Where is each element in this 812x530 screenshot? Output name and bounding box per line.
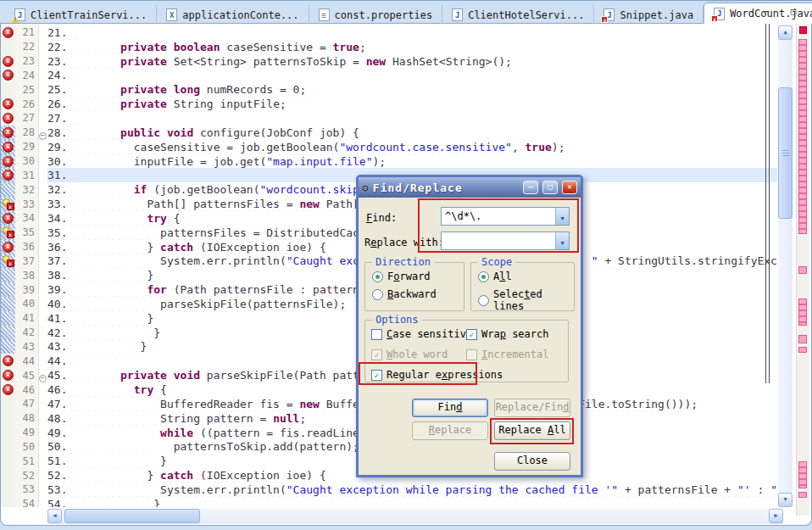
error-badge-icon: x — [7, 231, 14, 238]
direction-legend: Direction — [372, 256, 434, 268]
line-number: 43 — [15, 341, 38, 353]
scroll-left-button[interactable]: ◀ — [47, 509, 62, 523]
dialog-minimize-button[interactable]: — — [523, 181, 538, 194]
overview-error-indicator[interactable] — [799, 26, 807, 34]
error-marker-icon: x — [3, 142, 14, 153]
replace-find-button[interactable]: Replace/Find — [494, 399, 570, 417]
tab-label: const.properties — [335, 9, 433, 21]
annotation-cell: x — [1, 368, 15, 382]
range-indicator — [1, 282, 15, 297]
overview-annotation-mark[interactable] — [798, 335, 807, 343]
tab-clienttrainservi[interactable]: J!ClientTrainServi... — [5, 5, 157, 25]
radio-label: Selected lines — [493, 288, 570, 312]
line-number: 37 — [15, 255, 38, 267]
overview-annotation-mark[interactable] — [798, 461, 807, 488]
horizontal-scrollbar-thumb[interactable] — [64, 509, 200, 523]
direction-group: Direction ForwardBackward — [364, 262, 464, 311]
line-number: 51 — [15, 455, 38, 467]
find-input[interactable]: ^\d*\. ▼ — [441, 207, 570, 226]
range-indicator: x — [1, 240, 15, 254]
error-badge-icon: x — [7, 259, 14, 267]
overview-annotation-mark[interactable] — [798, 298, 807, 326]
line-number: 27 — [15, 112, 38, 124]
overview-ruler[interactable] — [796, 24, 809, 516]
replace-dropdown-button[interactable]: ▼ — [555, 232, 569, 249]
tab-const-properties[interactable]: ≡const.properties — [309, 5, 443, 25]
code-text: 25. private long numRecords = 0; — [47, 82, 777, 97]
line-number: 21 — [15, 26, 38, 38]
checkbox-regular-expressions[interactable]: ✓Regular expressions — [371, 369, 466, 381]
code-line: x2929. caseSensitive = job.getBoolean("w… — [1, 140, 777, 154]
range-indicator — [1, 297, 15, 311]
radio-backward[interactable]: Backward — [372, 288, 460, 300]
checkbox-wrap-search[interactable]: ✓Wrap search — [466, 328, 575, 340]
line-number: 40 — [15, 298, 38, 310]
fold-collapse-toggle[interactable]: − — [39, 375, 47, 382]
range-indicator — [1, 311, 15, 326]
tab-snippet-java[interactable]: JxSnippet.java — [594, 5, 704, 25]
tab-applicationconte[interactable]: XapplicationConte... — [157, 5, 309, 25]
radio-label: Forward — [387, 271, 431, 282]
checkbox-label: Case sensitive — [387, 328, 472, 340]
close-button[interactable]: Close — [494, 452, 570, 471]
line-number: 25 — [15, 84, 38, 96]
line-number: 53 — [15, 483, 38, 495]
code-line: 5353. System.err.println("Caught excepti… — [1, 483, 777, 497]
overview-annotation-mark[interactable] — [798, 266, 807, 274]
warning-overlay-icon: ! — [12, 16, 19, 23]
scroll-down-button[interactable]: ▼ — [778, 493, 793, 507]
checkbox-whole-word[interactable]: ✓Whole word — [371, 349, 466, 360]
error-marker-icon: x — [3, 170, 14, 181]
minimize-view-button[interactable]: — — [756, 4, 776, 19]
find-dropdown-button[interactable]: ▼ — [555, 208, 569, 225]
line-number: 50 — [15, 441, 38, 453]
horizontal-scrollbar[interactable]: ◀ ▶ — [47, 509, 783, 524]
replace-button[interactable]: Replace — [412, 421, 488, 440]
overview-annotation-mark[interactable] — [798, 347, 807, 353]
checkbox-incremental[interactable]: Incremental — [466, 349, 575, 360]
radio-button-icon — [372, 271, 383, 282]
quickfix-error-marker-icon: x — [3, 198, 14, 210]
find-button[interactable]: Find — [412, 399, 488, 417]
dialog-close-button[interactable]: ✕ — [562, 181, 577, 194]
vertical-scrollbar-thumb[interactable] — [778, 87, 793, 219]
line-number: 48 — [15, 412, 38, 424]
range-indicator: x — [1, 226, 15, 240]
range-indicator — [1, 326, 15, 340]
thumb-grip — [782, 150, 790, 157]
vertical-scrollbar[interactable]: ▲ ▼ — [778, 25, 793, 507]
line-number: 26 — [15, 98, 38, 110]
annotation-cell: x — [1, 54, 15, 69]
replace-all-button[interactable]: Replace All — [494, 421, 570, 440]
replace-with-input[interactable]: ▼ — [441, 232, 570, 250]
scroll-right-button[interactable]: ▶ — [769, 509, 783, 523]
radio-selected-lines[interactable]: Selected lines — [478, 288, 570, 312]
checkbox-case-sensitive[interactable]: Case sensitive — [371, 328, 466, 340]
gear-icon: ⚙ — [362, 181, 369, 194]
scroll-up-button[interactable]: ▲ — [778, 25, 793, 40]
scroll-down-icon: ▼ — [783, 496, 787, 503]
properties-file-icon: ≡ — [319, 8, 330, 21]
overview-annotation-mark[interactable] — [798, 492, 807, 498]
radio-forward[interactable]: Forward — [372, 271, 460, 282]
checkbox-icon: ✓ — [371, 370, 382, 381]
maximize-icon: □ — [791, 6, 797, 17]
code-text: 23. private Set<String> patternsToSkip =… — [47, 54, 777, 69]
code-text: 28. public void configure(JobConf job) { — [47, 126, 777, 140]
fold-collapse-toggle[interactable]: − — [39, 132, 47, 140]
quickfix-error-marker-icon: x — [3, 226, 14, 238]
replace-with-label: Replace with: — [364, 237, 444, 248]
scope-group: Scope AllSelected lines — [470, 262, 575, 311]
code-line: 5454. } — [1, 497, 777, 507]
code-line: x2121. — [1, 25, 777, 40]
tab-clienthotelservi[interactable]: JClientHotelServi... — [442, 5, 594, 25]
java-file-icon: J! — [14, 8, 25, 21]
maximize-view-button[interactable]: □ — [783, 4, 804, 19]
view-window-buttons: — □ — [756, 4, 804, 19]
radio-all[interactable]: All — [478, 271, 570, 282]
code-line: x28−28. public void configure(JobConf jo… — [1, 126, 777, 140]
line-number: 31 — [15, 170, 38, 181]
dialog-titlebar[interactable]: ⚙ Find/Replace — □ ✕ — [359, 177, 581, 198]
overview-annotation-mark[interactable] — [798, 39, 807, 234]
dialog-maximize-button[interactable]: □ — [542, 181, 558, 194]
